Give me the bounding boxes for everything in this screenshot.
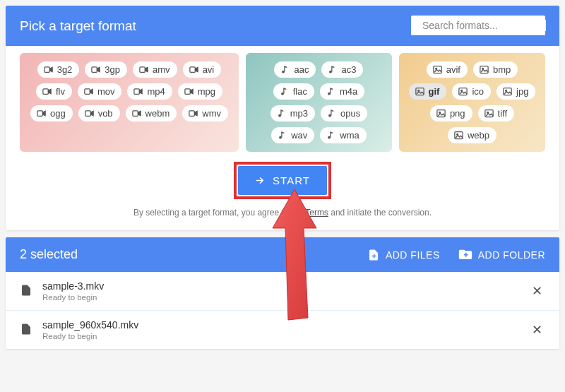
file-icon bbox=[20, 284, 32, 298]
audio-icon bbox=[326, 108, 337, 119]
arrow-right-icon bbox=[255, 175, 266, 186]
terms-suffix: and initiate the conversion. bbox=[328, 208, 432, 218]
format-chip-avi[interactable]: avi bbox=[183, 61, 222, 78]
image-icon bbox=[502, 86, 513, 97]
svg-marker-17 bbox=[190, 89, 193, 93]
format-chip-label: bmp bbox=[493, 64, 511, 75]
file-list: sample-3.mkvReady to begin✕sample_960x54… bbox=[6, 272, 559, 349]
format-chip-label: mov bbox=[97, 86, 115, 97]
format-groups: 3g23gpamvaviflvmovmp4mpgoggvobwebmwmv aa… bbox=[20, 53, 545, 152]
selected-count-label: 2 selected bbox=[20, 247, 78, 262]
add-files-button[interactable]: ADD FILES bbox=[367, 249, 440, 261]
file-status: Ready to begin bbox=[42, 293, 519, 302]
format-chip-vob[interactable]: vob bbox=[78, 105, 120, 121]
video-icon bbox=[42, 86, 52, 97]
format-chip-opus[interactable]: opus bbox=[321, 105, 367, 121]
format-chip-label: png bbox=[450, 108, 465, 119]
format-chip-label: avif bbox=[446, 64, 460, 75]
image-icon bbox=[458, 86, 468, 97]
image-format-group: avifbmpgificojpgpngtiffwebp bbox=[399, 53, 545, 152]
video-icon bbox=[133, 86, 143, 97]
video-icon bbox=[131, 108, 142, 119]
video-icon bbox=[83, 86, 94, 97]
start-row: START bbox=[20, 162, 545, 199]
video-icon bbox=[43, 64, 54, 75]
format-chip-label: mpg bbox=[198, 86, 215, 97]
audio-icon bbox=[277, 130, 287, 141]
queue-panel: 2 selected ADD FILES ADD FOLDER sample-3… bbox=[6, 237, 559, 349]
video-icon bbox=[90, 64, 101, 75]
search-box[interactable] bbox=[411, 16, 545, 36]
add-folder-button[interactable]: ADD FOLDER bbox=[458, 249, 545, 261]
format-chip-flv[interactable]: flv bbox=[36, 83, 72, 100]
svg-rect-4 bbox=[92, 67, 97, 73]
video-icon bbox=[138, 64, 149, 75]
format-chip-3g2[interactable]: 3g2 bbox=[37, 61, 80, 78]
format-chip-png[interactable]: png bbox=[430, 105, 472, 121]
format-chip-label: aac bbox=[294, 64, 309, 75]
svg-rect-18 bbox=[37, 111, 43, 117]
format-chip-label: flac bbox=[293, 86, 307, 97]
format-chip-label: mp4 bbox=[147, 86, 165, 97]
format-chip-jpg[interactable]: jpg bbox=[496, 83, 535, 100]
format-chip-gif[interactable]: gif bbox=[409, 83, 447, 100]
format-chip-avif[interactable]: avif bbox=[427, 61, 468, 78]
format-chip-m4a[interactable]: m4a bbox=[320, 83, 364, 100]
format-chip-label: webp bbox=[468, 130, 489, 141]
remove-file-button[interactable]: ✕ bbox=[529, 280, 545, 302]
format-chip-ac3[interactable]: ac3 bbox=[321, 61, 363, 78]
format-chip-aac[interactable]: aac bbox=[274, 61, 316, 78]
add-folder-label: ADD FOLDER bbox=[478, 249, 545, 261]
format-chip-mp3[interactable]: mp3 bbox=[270, 105, 315, 121]
queue-actions: ADD FILES ADD FOLDER bbox=[367, 249, 545, 261]
terms-link[interactable]: Terms bbox=[305, 208, 328, 218]
format-picker-panel: Pick a target format 3g23gpamvaviflvmovm… bbox=[6, 6, 559, 230]
format-chip-label: gif bbox=[429, 86, 440, 97]
image-icon bbox=[484, 108, 494, 119]
format-chip-3gp[interactable]: 3gp bbox=[85, 61, 127, 78]
svg-rect-14 bbox=[134, 89, 140, 95]
svg-rect-10 bbox=[43, 89, 49, 95]
svg-rect-22 bbox=[132, 111, 138, 117]
format-chip-label: wma bbox=[340, 130, 359, 141]
svg-marker-9 bbox=[195, 67, 198, 71]
format-chip-webm[interactable]: webm bbox=[126, 105, 177, 121]
audio-icon bbox=[326, 130, 336, 141]
format-chip-wav[interactable]: wav bbox=[271, 127, 314, 143]
format-chip-label: wav bbox=[291, 130, 307, 141]
format-chip-label: avi bbox=[203, 64, 215, 75]
format-chip-mov[interactable]: mov bbox=[78, 83, 122, 100]
image-icon bbox=[436, 108, 446, 119]
file-add-icon bbox=[367, 249, 380, 261]
format-chip-bmp[interactable]: bmp bbox=[473, 61, 518, 78]
image-icon bbox=[415, 86, 425, 97]
format-chip-label: 3gp bbox=[105, 64, 120, 75]
svg-rect-16 bbox=[185, 89, 191, 95]
svg-marker-25 bbox=[195, 111, 198, 115]
svg-rect-8 bbox=[190, 67, 196, 73]
svg-marker-15 bbox=[140, 89, 143, 93]
format-chip-wmv[interactable]: wmv bbox=[182, 105, 228, 121]
search-input[interactable] bbox=[422, 20, 546, 31]
format-chip-mp4[interactable]: mp4 bbox=[127, 83, 172, 100]
format-chip-wma[interactable]: wma bbox=[320, 127, 366, 143]
format-chip-ogg[interactable]: ogg bbox=[30, 105, 73, 121]
file-text: sample-3.mkvReady to begin bbox=[42, 280, 519, 302]
format-chip-tiff[interactable]: tiff bbox=[478, 105, 515, 121]
remove-file-button[interactable]: ✕ bbox=[529, 319, 545, 340]
svg-rect-24 bbox=[189, 111, 195, 117]
video-icon bbox=[184, 86, 194, 97]
video-icon bbox=[84, 108, 95, 119]
format-chip-label: tiff bbox=[498, 108, 508, 119]
svg-rect-6 bbox=[140, 67, 145, 73]
format-chip-webp[interactable]: webp bbox=[448, 127, 496, 143]
format-chip-ico[interactable]: ico bbox=[452, 83, 491, 100]
start-button[interactable]: START bbox=[238, 166, 327, 195]
image-icon bbox=[432, 64, 443, 75]
video-icon bbox=[189, 64, 199, 75]
format-chip-mpg[interactable]: mpg bbox=[178, 83, 222, 100]
format-chip-amv[interactable]: amv bbox=[133, 61, 177, 78]
format-chip-flac[interactable]: flac bbox=[273, 83, 314, 100]
format-chip-label: jpg bbox=[516, 86, 528, 97]
format-chip-label: vob bbox=[98, 108, 113, 119]
